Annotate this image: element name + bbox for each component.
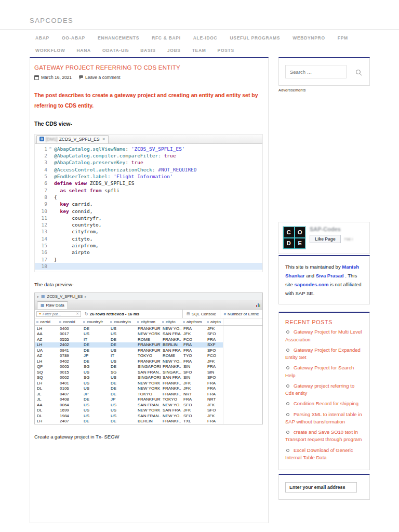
code-line: 8{	[35, 194, 262, 201]
bullet-icon	[286, 431, 289, 434]
recent-post-link[interactable]: Gateway Project for Expanded Entity Set	[285, 347, 361, 360]
table-cell: DE	[109, 364, 136, 370]
filter-input[interactable]	[43, 312, 75, 316]
nav-item-rfc-bapi[interactable]: RFC & BAPI	[152, 35, 181, 41]
table-row[interactable]: SQ0002SGUSSINGAPORESAN FRA...SINSFO	[35, 375, 262, 381]
table-cell: NEW YO...	[161, 326, 181, 331]
toolbar-right: ▤ SQL Console # Number of Entrie	[182, 310, 262, 318]
nav-item-team[interactable]: TEAM	[192, 48, 206, 53]
column-header-airpfrom[interactable]: airpfrom	[181, 318, 205, 325]
table-row[interactable]: LH0400DEUSFRANKFURTNEW YO...FRAJFK	[35, 326, 262, 331]
code-text: }	[49, 256, 57, 263]
like-page-button[interactable]: Like Page	[310, 235, 341, 243]
nav-item-fpm[interactable]: FPM	[338, 35, 348, 41]
number-of-entries-control[interactable]: # Number of Entrie	[220, 310, 262, 318]
tab-raw-data[interactable]: ▦ Raw Data	[37, 301, 68, 309]
table-row[interactable]: JL0408DEJPFRANKFURTTOKYOFRANRT	[35, 397, 262, 403]
table-cell: US	[82, 408, 109, 414]
recent-post-link[interactable]: Gateway Project for Multi Level Associat…	[285, 329, 362, 342]
chevron-right-icon[interactable]: ▸	[37, 295, 39, 298]
table-row[interactable]: DL0106USDENEW YORKFRANKF...JFKFRA	[35, 386, 262, 392]
table-cell: JFK	[181, 408, 205, 414]
table-row[interactable]: QF0005SGDESINGAPOREFRANKF...SINFRA	[35, 364, 262, 370]
nav-item-useful-programs[interactable]: USEFUL PROGRAMS	[230, 35, 280, 41]
nav-item-basis[interactable]: BASIS	[140, 48, 155, 53]
nav-item-hana[interactable]: HANA	[77, 48, 91, 53]
nav-item-odata-ui5[interactable]: ODATA-UI5	[102, 48, 129, 53]
comments-link[interactable]: Leave a comment	[79, 75, 121, 80]
code-token: @AbapCatalog.sqlViewName:	[54, 146, 128, 152]
recent-post-item[interactable]: Gateway Project for Expanded Entity Set	[285, 347, 363, 362]
facebook-page-avatar[interactable]: CODE	[283, 226, 306, 249]
table-row[interactable]: LH0401USDENEW YORKFRANKF...JFKFRA	[35, 380, 262, 386]
recent-post-item[interactable]: Gateway Project for Search Help	[285, 364, 363, 379]
recent-post-item[interactable]: create and Save SO10 text in Transport r…	[285, 429, 363, 444]
column-header-countryto[interactable]: countryto	[109, 318, 136, 325]
nav-item-workflow[interactable]: WORKFLOW	[35, 48, 65, 53]
table-row[interactable]: LH2407DEDEBERLINFRANKF...TXLFRA	[35, 419, 262, 424]
nav-item-oo-abap[interactable]: OO-ABAP	[62, 35, 85, 41]
table-row[interactable]: JL0407JPDETOKYOFRANKF...NRTFRA	[35, 391, 262, 397]
code-token: key	[60, 201, 69, 207]
chevron-right-icon[interactable]: ▸	[85, 295, 86, 298]
recent-post-item[interactable]: Parsing XML to internal table in SAP wit…	[285, 411, 363, 426]
column-header-cityto[interactable]: cityto	[161, 318, 181, 325]
refresh-icon[interactable]: ↻	[85, 312, 88, 316]
post-title[interactable]: GATEWAY PROJECT REFERRING TO CDS ENTITY	[34, 64, 264, 71]
table-row[interactable]: AZ0555ITDEROMEFRANKF...FCOFRA	[35, 337, 262, 342]
recent-post-link[interactable]: Excel Download of Generic Internal Table…	[285, 447, 353, 460]
nav-item-posts[interactable]: POSTS	[218, 48, 234, 53]
maintainer-link-sapcodes-com[interactable]: sapcodes.com	[294, 282, 328, 287]
nav-item-enhancements[interactable]: ENHANCEMENTS	[98, 35, 139, 41]
nav-item-ale-idoc[interactable]: ALE-IDOC	[193, 35, 218, 41]
table-row[interactable]: DL1699USUSNEW YORKSAN FRA...JFKSFO	[35, 408, 262, 414]
clear-filter-icon[interactable]: ✕	[76, 312, 79, 316]
recent-post-link[interactable]: create and Save SO10 text in Transport r…	[285, 429, 362, 442]
email-input[interactable]	[285, 482, 357, 493]
column-header-airpto[interactable]: airpto	[205, 318, 223, 325]
nav-item-abap[interactable]: ABAP	[35, 35, 49, 41]
fold-icon[interactable]: ⊖	[49, 147, 51, 150]
column-label: carrid	[40, 320, 50, 324]
recent-post-item[interactable]: Excel Download of Generic Internal Table…	[285, 447, 363, 462]
recent-post-item[interactable]: Gateway project referring to Cds entity	[285, 382, 363, 397]
column-header-cityfrom[interactable]: cityfrom	[136, 318, 161, 325]
nav-item-jobs[interactable]: JOBS	[167, 48, 181, 53]
table-row[interactable]: LH2402DEDEFRANKFURTBERLINFRASXF	[35, 342, 262, 348]
facebook-page-name[interactable]: SAP-Codes	[310, 226, 366, 232]
breadcrumb-view-name[interactable]: ZCDS_V_SPFLI_ES	[47, 294, 83, 299]
recent-post-item[interactable]: Gateway Project for Multi Level Associat…	[285, 328, 363, 343]
number-of-entries-label: Number of Entrie	[228, 312, 259, 316]
table-row[interactable]: UA0941DEUSFRANKFURTSAN FRA...FRASFO	[35, 348, 262, 353]
table-row[interactable]: DL1984USUSSAN FRAN...NEW YO...SFOJFK	[35, 413, 262, 419]
column-header-countryfr[interactable]: countryfr	[82, 318, 109, 325]
post-intro: The post describes to create a gateway p…	[34, 90, 259, 111]
site-logo[interactable]: SAPCODES	[30, 17, 399, 24]
close-icon[interactable]: ✕	[102, 137, 105, 141]
search-input[interactable]	[285, 65, 347, 78]
recent-post-item[interactable]: Condition Record for shipping	[285, 400, 363, 407]
column-header-connid[interactable]: connid	[58, 318, 82, 325]
recent-post-link[interactable]: Gateway project referring to Cds entity	[285, 383, 354, 396]
table-row[interactable]: AZ0789JPITTOKYOROMETYOFCO	[35, 353, 262, 359]
table-cell: AA	[35, 402, 58, 408]
editor-tab[interactable]: D [DM1] ZCDS_V_SPFLI_ES ✕	[36, 135, 109, 143]
recent-post-link[interactable]: Gateway Project for Search Help	[285, 365, 354, 378]
table-cell: FRA	[181, 342, 205, 348]
table-row[interactable]: SQ0015USSGSAN FRAN...SINGAP...SFOSIN	[35, 369, 262, 375]
column-header-carrid[interactable]: carrid	[35, 318, 58, 325]
comments-label: Leave a comment	[85, 75, 121, 80]
table-row[interactable]: LH0402DEUSFRANKFURTNEW YO...FRAJFK	[35, 358, 262, 364]
maintainer-link-siva-prasad[interactable]: Siva Prasad	[316, 273, 344, 278]
sql-console-button[interactable]: ▤ SQL Console	[182, 310, 220, 318]
chart-view-icon[interactable]	[256, 303, 260, 307]
line-number: 18	[35, 263, 49, 270]
table-row[interactable]: AA0064USUSSAN FRAN...NEW YO...SFOJFK	[35, 402, 262, 408]
table-cell: FRA	[205, 380, 223, 386]
recent-post-link[interactable]: Parsing XML to internal table in SAP wit…	[285, 411, 362, 424]
post-date-group[interactable]: March 16, 2021	[34, 75, 72, 80]
search-button[interactable]	[354, 68, 363, 76]
recent-post-link[interactable]: Condition Record for shipping	[294, 401, 358, 406]
table-row[interactable]: AA0017USUSNEW YORKSAN FRA...JFKSFO	[35, 331, 262, 337]
nav-item-webdynpro[interactable]: WEBDYNPRO	[292, 35, 325, 41]
